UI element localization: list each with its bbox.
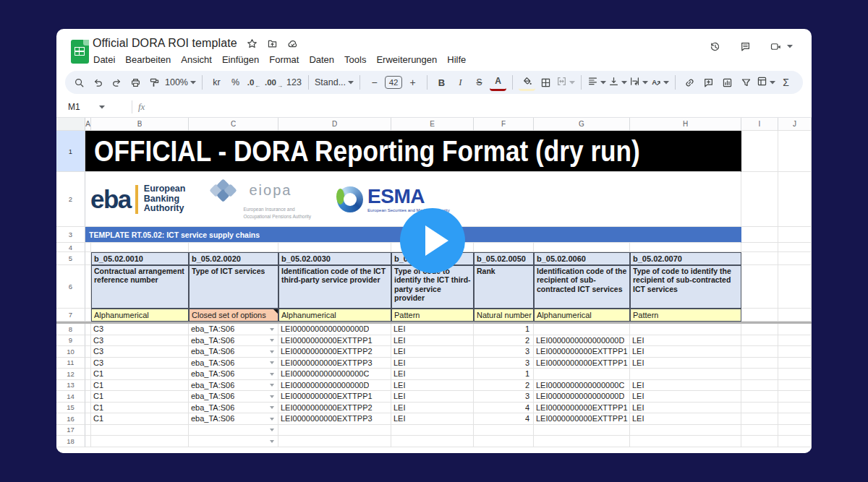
row-header-9[interactable]: 9	[56, 335, 85, 347]
cell-G13[interactable]: LEI0000000000000000C	[534, 380, 630, 392]
cell-E13[interactable]: LEI	[391, 380, 474, 392]
print-icon[interactable]	[127, 74, 144, 91]
cell-A13[interactable]	[85, 380, 91, 392]
cell-I11[interactable]	[741, 358, 778, 369]
cell-D16[interactable]: LEI0000000000EXTTPP3	[278, 413, 391, 425]
cell-A11[interactable]	[85, 358, 91, 369]
cell-A6[interactable]	[85, 265, 91, 309]
cell-I13[interactable]	[741, 380, 778, 392]
dropdown-caret-icon[interactable]	[270, 440, 274, 445]
cell-E15[interactable]: LEI	[391, 403, 474, 414]
fill-color-icon[interactable]	[519, 74, 535, 91]
cell-I7[interactable]	[741, 309, 778, 322]
document-title[interactable]: Official DORA ROI template	[93, 37, 237, 50]
menu-erweiterungen[interactable]: Erweiterungen	[371, 52, 442, 67]
zoom-select[interactable]: 100%	[165, 74, 196, 91]
cell-F10[interactable]: 3	[474, 346, 534, 358]
dropdown-caret-icon[interactable]	[270, 384, 274, 389]
strikethrough-button[interactable]: S	[471, 74, 488, 91]
data-type-3[interactable]: Alphanumerical	[278, 309, 391, 322]
cell-H4[interactable]	[630, 243, 741, 252]
row-header-14[interactable]: 14	[56, 391, 85, 403]
vertical-align-icon[interactable]	[608, 74, 627, 91]
cell-D13[interactable]: LEI0000000000000000D	[278, 380, 391, 392]
column-header-I[interactable]: I	[741, 118, 778, 131]
cell-F14[interactable]: 3	[474, 391, 534, 403]
row-header-18[interactable]: 18	[56, 436, 85, 447]
cell-B12[interactable]: C1	[91, 369, 189, 380]
cell-J14[interactable]	[778, 391, 812, 403]
menu-ansicht[interactable]: Ansicht	[176, 52, 217, 67]
header-label-5[interactable]: Rank	[474, 265, 534, 309]
cell-C4[interactable]	[189, 243, 278, 252]
dropdown-caret-icon[interactable]	[270, 361, 274, 366]
dropdown-caret-icon[interactable]	[270, 418, 274, 423]
menu-bearbeiten[interactable]: Bearbeiten	[120, 52, 176, 67]
column-header-A[interactable]: A	[85, 118, 91, 131]
cell-H15[interactable]: LEI	[630, 403, 741, 414]
cell-F9[interactable]: 2	[474, 335, 534, 347]
cell-B14[interactable]: C1	[91, 391, 189, 403]
cell-G8[interactable]	[534, 324, 630, 335]
cell-I15[interactable]	[741, 403, 778, 414]
cell-J8[interactable]	[778, 324, 812, 335]
decrease-font-size-button[interactable]: −	[366, 74, 383, 91]
cloud-status-icon[interactable]	[287, 38, 298, 49]
italic-button[interactable]: I	[452, 74, 469, 91]
cell-F4[interactable]	[474, 243, 534, 252]
move-folder-icon[interactable]	[267, 38, 278, 49]
search-icon[interactable]	[71, 74, 88, 91]
cell-D10[interactable]: LEI0000000000EXTTPP2	[278, 346, 391, 358]
cell-B16[interactable]: C1	[91, 413, 189, 425]
cell-B17[interactable]	[91, 425, 189, 436]
cell-H17[interactable]	[630, 425, 741, 436]
data-type-4[interactable]: Pattern	[391, 309, 474, 322]
cell-D9[interactable]: LEI0000000000EXTTPP1	[278, 335, 391, 347]
cell-F13[interactable]: 2	[474, 380, 534, 392]
cell-H10[interactable]: LEI	[630, 346, 741, 358]
cell-J10[interactable]	[778, 346, 812, 358]
more-formats-button[interactable]: 123	[286, 74, 302, 91]
cell-E18[interactable]	[391, 436, 474, 447]
cell-G17[interactable]	[534, 425, 630, 436]
redo-icon[interactable]	[109, 74, 125, 91]
menu-datei[interactable]: Datei	[88, 52, 120, 67]
menu-tools[interactable]: Tools	[339, 52, 371, 67]
data-type-2[interactable]: Closed set of options	[189, 309, 278, 322]
cell-J15[interactable]	[778, 403, 812, 414]
insert-chart-icon[interactable]	[719, 74, 736, 91]
cell-D15[interactable]: LEI0000000000EXTTPP2	[278, 403, 391, 414]
row-header-15[interactable]: 15	[56, 403, 85, 414]
cell-I16[interactable]	[741, 413, 778, 425]
cell-E8[interactable]: LEI	[391, 324, 474, 335]
cell-I3[interactable]	[741, 227, 778, 243]
video-play-button[interactable]	[400, 208, 465, 273]
header-label-7[interactable]: Type of code to identify the recipient o…	[630, 265, 741, 309]
cell-F12[interactable]: 1	[474, 369, 534, 380]
cell-B18[interactable]	[91, 436, 189, 447]
text-rotation-icon[interactable]: A	[650, 74, 669, 91]
cell-A15[interactable]	[85, 403, 91, 414]
cell-H9[interactable]: LEI	[630, 335, 741, 347]
cell-D14[interactable]: LEI0000000000EXTTPP1	[278, 391, 391, 403]
cell-A18[interactable]	[85, 436, 91, 447]
dropdown-caret-icon[interactable]	[270, 328, 274, 333]
cell-J12[interactable]	[778, 369, 812, 380]
open-comments-icon[interactable]	[740, 41, 751, 52]
cell-F16[interactable]: 4	[474, 413, 534, 425]
version-history-icon[interactable]	[710, 41, 720, 52]
row-header-6[interactable]: 6	[56, 265, 85, 309]
cell-I6[interactable]	[741, 265, 778, 309]
row-header-13[interactable]: 13	[56, 380, 85, 392]
cell-A9[interactable]	[85, 335, 91, 347]
header-code-5[interactable]: b_05.02.0050	[474, 252, 534, 265]
functions-button[interactable]: Σ	[778, 74, 794, 91]
column-header-F[interactable]: F	[474, 118, 534, 131]
cell-A5[interactable]	[85, 252, 91, 265]
cell-I4[interactable]	[741, 243, 778, 252]
cell-D4[interactable]	[278, 243, 391, 252]
cell-D17[interactable]	[278, 425, 391, 436]
cell-C15[interactable]: eba_TA:S06	[189, 403, 278, 414]
row-header-10[interactable]: 10	[56, 346, 85, 358]
cell-C18[interactable]	[189, 436, 278, 447]
